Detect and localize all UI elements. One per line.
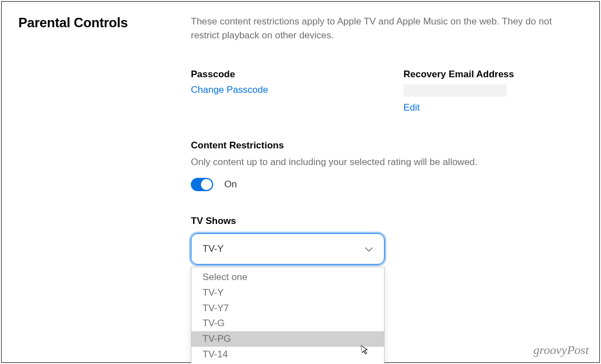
watermark: groovyPost — [534, 343, 589, 357]
page-title: Parental Controls — [18, 15, 191, 31]
dropdown-option[interactable]: TV-Y — [191, 285, 384, 301]
toggle-state-label: On — [224, 179, 237, 190]
recovery-email-value-redacted — [403, 84, 506, 97]
dropdown-option[interactable]: TV-Y7 — [191, 301, 384, 316]
tv-shows-select[interactable]: TV-Y — [191, 233, 385, 265]
dropdown-option[interactable]: TV-G — [191, 316, 384, 331]
edit-recovery-email-link[interactable]: Edit — [403, 102, 572, 113]
dropdown-option[interactable]: TV-14 — [191, 347, 384, 362]
tv-shows-label: TV Shows — [191, 216, 572, 227]
change-passcode-link[interactable]: Change Passcode — [191, 84, 359, 96]
content-restrictions-helper: Only content up to and including your se… — [191, 156, 572, 169]
tv-shows-selected-value: TV-Y — [203, 243, 224, 255]
content-restrictions-toggle[interactable] — [191, 178, 213, 191]
recovery-email-label: Recovery Email Address — [403, 69, 572, 80]
passcode-label: Passcode — [191, 69, 359, 80]
toggle-knob — [201, 179, 212, 190]
dropdown-option[interactable]: Select one — [191, 267, 384, 285]
chevron-down-icon — [365, 245, 373, 253]
tv-shows-dropdown: Select oneTV-YTV-Y7TV-GTV-PGTV-14TV-MA — [191, 267, 385, 364]
content-restrictions-label: Content Restrictions — [191, 140, 572, 151]
page-description: These content restrictions apply to Appl… — [191, 15, 572, 42]
dropdown-option[interactable]: TV-PG — [191, 331, 384, 347]
